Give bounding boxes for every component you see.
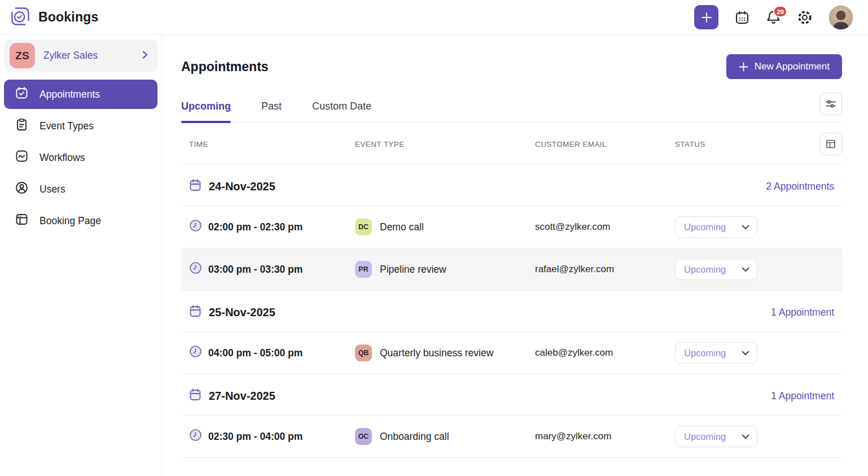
sidebar: ZS Zylker Sales AppointmentsEvent TypesW… (0, 35, 162, 476)
calendar-icon[interactable] (734, 10, 750, 25)
clipboard-icon (15, 117, 29, 134)
date-group-row: 27-Nov-2025 1 Appointment (181, 374, 842, 416)
column-event-type: EVENT TYPE (355, 140, 535, 149)
calendar-check-icon (15, 86, 29, 103)
status-value: Upcoming (684, 222, 726, 233)
main-content: Appointments New Appointment Upcoming Pa… (162, 35, 868, 476)
app-title: Bookings (38, 10, 98, 25)
event-type-badge: DC (355, 219, 372, 235)
customer-email: mary@zylker.com (535, 431, 675, 442)
chevron-down-icon (742, 434, 749, 439)
status-dropdown[interactable]: Upcoming (675, 342, 757, 364)
workspace-name: Zylker Sales (43, 50, 133, 62)
clock-icon (189, 429, 202, 444)
appointment-row[interactable]: 02:30 pm - 04:00 pm OC Onboarding call m… (181, 416, 842, 458)
user-avatar[interactable] (828, 5, 853, 30)
sidebar-nav: AppointmentsEvent TypesWorkflowsUsersBoo… (0, 80, 161, 235)
event-type-badge: OC (355, 428, 372, 445)
clock-icon (189, 219, 202, 235)
top-bar: Bookings 29 (0, 0, 868, 35)
group-date: 27-Nov-2025 (209, 390, 275, 403)
plus-icon (739, 62, 748, 72)
settings-gear-icon[interactable] (797, 10, 813, 25)
event-type-badge: PR (355, 261, 372, 278)
group-appointment-count[interactable]: 2 Appointments (766, 181, 834, 193)
page-title: Appointments (181, 59, 269, 75)
sidebar-item-appointments[interactable]: Appointments (4, 80, 157, 109)
sidebar-item-label: Users (40, 184, 65, 195)
date-group-row: 24-Nov-2025 2 Appointments (181, 165, 842, 206)
topbar-actions: 29 (694, 5, 853, 30)
workspace-avatar: ZS (10, 43, 35, 68)
appointment-time: 03:00 pm - 03:30 pm (208, 264, 303, 276)
tab-upcoming[interactable]: Upcoming (181, 101, 231, 122)
status-dropdown[interactable]: Upcoming (675, 216, 757, 238)
event-type-name: Pipeline review (380, 264, 446, 276)
appointment-time: 04:00 pm - 05:00 pm (208, 347, 303, 359)
appointment-time: 02:30 pm - 04:00 pm (208, 431, 303, 443)
appointment-row[interactable]: 03:00 pm - 03:30 pm PR Pipeline review r… (181, 248, 842, 291)
tabs-row: Upcoming Past Custom Date (181, 93, 842, 123)
event-type-name: Quarterly business review (380, 347, 493, 359)
appointments-list: 24-Nov-2025 2 Appointments 02:00 pm - 02… (181, 165, 842, 458)
status-value: Upcoming (684, 431, 726, 442)
appointment-row[interactable]: 02:00 pm - 02:30 pm DC Demo call scott@z… (181, 206, 842, 248)
sidebar-item-label: Event Types (40, 120, 94, 132)
notification-count-badge: 29 (773, 6, 787, 18)
appointment-row[interactable]: 04:00 pm - 05:00 pm QB Quarterly busines… (181, 332, 842, 374)
customer-email: scott@zylker.com (535, 221, 675, 233)
sidebar-item-workflows[interactable]: Workflows (4, 143, 157, 172)
sidebar-item-booking-page[interactable]: Booking Page (4, 206, 157, 235)
event-type-name: Onboarding call (380, 431, 449, 443)
tab-past[interactable]: Past (261, 101, 282, 122)
sidebar-item-label: Workflows (40, 152, 85, 164)
filter-button[interactable] (819, 93, 842, 115)
quick-create-button[interactable] (694, 5, 718, 29)
column-customer-email: CUSTOMER EMAIL (535, 140, 675, 149)
column-time: TIME (189, 140, 355, 149)
status-value: Upcoming (684, 264, 726, 275)
bookings-logo-icon (9, 5, 32, 30)
new-appointment-button[interactable]: New Appointment (726, 54, 842, 79)
status-dropdown[interactable]: Upcoming (675, 259, 757, 280)
sidebar-item-label: Booking Page (40, 215, 101, 227)
group-appointment-count[interactable]: 1 Appointment (771, 390, 834, 402)
notifications-bell-icon[interactable]: 29 (766, 10, 781, 25)
status-value: Upcoming (684, 348, 726, 359)
status-dropdown[interactable]: Upcoming (675, 426, 757, 447)
filter-sliders-icon (825, 98, 837, 110)
brand: Bookings (9, 5, 98, 30)
group-date: 24-Nov-2025 (209, 180, 275, 193)
sidebar-item-event-types[interactable]: Event Types (4, 111, 157, 141)
event-type-badge: QB (355, 344, 372, 361)
date-calendar-icon (189, 178, 201, 194)
customer-email: caleb@zylker.com (535, 347, 675, 359)
clock-icon (189, 261, 202, 277)
clock-icon (189, 345, 202, 361)
column-status: STATUS (675, 140, 819, 149)
workflow-icon (15, 149, 29, 166)
date-calendar-icon (189, 388, 201, 404)
event-type-name: Demo call (380, 221, 424, 233)
appointment-time: 02:00 pm - 02:30 pm (208, 221, 303, 233)
chevron-down-icon (742, 225, 749, 230)
sidebar-item-users[interactable]: Users (4, 174, 157, 204)
tab-custom-date[interactable]: Custom Date (312, 101, 371, 122)
date-group-row: 25-Nov-2025 1 Appointment (181, 291, 842, 332)
group-date: 25-Nov-2025 (209, 306, 275, 319)
manage-columns-button[interactable] (819, 133, 842, 155)
chevron-down-icon (742, 351, 749, 356)
group-appointment-count[interactable]: 1 Appointment (771, 307, 834, 318)
booking-page-icon (15, 212, 29, 229)
table-columns-icon (825, 138, 836, 150)
workspace-selector[interactable]: ZS Zylker Sales (4, 40, 158, 72)
customer-email: rafael@zylker.com (535, 264, 675, 275)
table-header: TIME EVENT TYPE CUSTOMER EMAIL STATUS (181, 123, 842, 165)
users-icon (15, 181, 29, 198)
chevron-down-icon (742, 267, 749, 272)
date-calendar-icon (189, 304, 201, 320)
chevron-right-icon (141, 50, 149, 62)
sidebar-item-label: Appointments (40, 89, 100, 101)
